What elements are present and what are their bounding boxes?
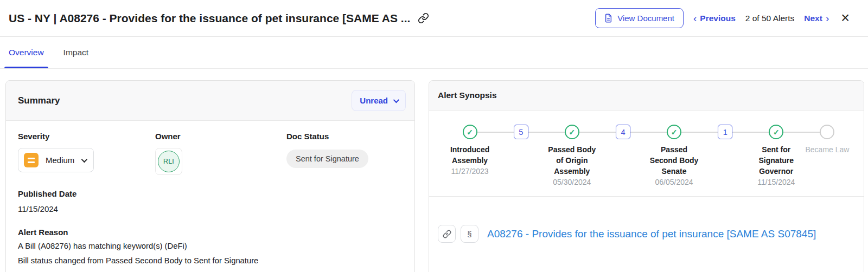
severity-value: Medium [46, 156, 74, 165]
tab-impact[interactable]: Impact [59, 37, 93, 68]
view-document-button[interactable]: View Document [595, 8, 684, 28]
step-label: Passed Second Body Senate [650, 144, 698, 177]
alert-position: 2 of 50 Alerts [745, 14, 794, 23]
owner-selector[interactable]: RLI [155, 148, 182, 175]
stepper-gap: 5 [495, 125, 546, 196]
doc-status-label: Doc Status [286, 132, 415, 141]
published-date-label: Published Date [18, 189, 403, 198]
step-date: 06/05/2024 [655, 178, 693, 186]
published-date-value: 11/15/2024 [18, 204, 403, 215]
alert-reason-line: Bill status changed from Passed Second B… [18, 255, 403, 266]
bill-link[interactable]: A08276 - Provides for the issuance of pe… [487, 228, 816, 240]
copy-link-icon[interactable] [418, 12, 429, 24]
alert-reason-line: A Bill (A08276) has matching keyword(s) … [18, 241, 403, 251]
summary-title: Summary [18, 95, 60, 106]
owner-field: Owner RLI [155, 132, 286, 175]
read-status-dropdown[interactable]: Unread [352, 90, 406, 111]
step-label: Passed Body of Origin Assembly [548, 144, 596, 177]
close-icon: × [841, 10, 850, 26]
next-button[interactable]: Next › [804, 13, 829, 23]
stepper-step: Became Law [802, 125, 853, 196]
step-date: 11/15/2024 [757, 178, 795, 186]
tab-bar: Overview Impact [0, 37, 868, 69]
synopsis-title: Alert Synopsis [438, 90, 497, 100]
severity-select[interactable]: Medium [18, 148, 94, 172]
copy-link-button[interactable] [438, 225, 456, 243]
link-icon [443, 230, 451, 238]
alert-reason-label: Alert Reason [18, 228, 403, 237]
next-label: Next [804, 14, 822, 23]
header-actions: View Document ‹ Previous 2 of 50 Alerts … [595, 8, 850, 28]
section-symbol-button[interactable]: § [461, 225, 478, 243]
summary-card: Summary Unread Severity Medium Owner [5, 80, 415, 272]
summary-fields-row: Severity Medium Owner RLI Doc Status Sen [18, 132, 403, 175]
severity-field: Severity Medium [18, 132, 155, 175]
doc-status-field: Doc Status Sent for Signature [286, 132, 415, 175]
stepper-step: ✓ Passed Body of Origin Assembly 05/30/2… [546, 125, 597, 196]
header: US - NY | A08276 - Provides for the issu… [0, 0, 868, 37]
read-status-label: Unread [360, 96, 388, 105]
previous-label: Previous [700, 14, 735, 23]
chevron-down-icon [81, 156, 87, 162]
stepper-step: ✓ Passed Second Body Senate 06/05/2024 [649, 125, 700, 196]
chevron-right-icon: › [826, 13, 829, 23]
tab-overview[interactable]: Overview [4, 37, 48, 68]
step-date: 11/27/2023 [451, 167, 489, 176]
gap-count-badge: 1 [718, 125, 732, 139]
step-complete-icon: ✓ [667, 125, 681, 139]
step-label: Introduced Assembly [450, 144, 489, 166]
page-title: US - NY | A08276 - Provides for the issu… [9, 12, 410, 25]
chevron-left-icon: ‹ [693, 13, 697, 23]
step-complete-icon: ✓ [463, 125, 477, 139]
previous-button[interactable]: ‹ Previous [693, 13, 736, 23]
alert-synopsis-card: Alert Synopsis ✓ Introduced Assembly 11/… [429, 80, 864, 272]
bill-link-row: § A08276 - Provides for the issuance of … [429, 197, 864, 254]
alert-detail-panel: US - NY | A08276 - Provides for the issu… [0, 0, 868, 272]
step-date: 05/30/2024 [553, 178, 591, 186]
step-label: Became Law [805, 144, 849, 155]
view-document-label: View Document [617, 14, 674, 23]
gap-count-badge: 4 [616, 125, 630, 139]
owner-avatar: RLI [158, 151, 180, 172]
summary-card-header: Summary Unread [6, 81, 414, 121]
published-date-field: Published Date 11/15/2024 [18, 189, 403, 215]
alert-reason-field: Alert Reason A Bill (A08276) has matchin… [18, 228, 403, 266]
stepper-step: ✓ Introduced Assembly 11/27/2023 [444, 125, 495, 196]
close-button[interactable]: × [841, 11, 850, 25]
section-sign-icon: § [467, 229, 471, 238]
severity-label: Severity [18, 132, 155, 141]
chevron-down-icon [393, 96, 399, 102]
synopsis-card-header: Alert Synopsis [429, 81, 864, 111]
document-icon [604, 14, 612, 23]
doc-status-badge: Sent for Signature [286, 150, 368, 168]
step-complete-icon: ✓ [769, 125, 783, 139]
stepper-gap: 1 [700, 125, 751, 196]
summary-card-body: Severity Medium Owner RLI Doc Status Sen [6, 121, 414, 272]
step-pending-icon [820, 125, 834, 139]
bill-progress-stepper: ✓ Introduced Assembly 11/27/2023 5 ✓ Pas… [429, 111, 864, 197]
severity-medium-icon [24, 153, 39, 167]
gap-count-badge: 5 [514, 125, 528, 139]
step-complete-icon: ✓ [565, 125, 579, 139]
owner-label: Owner [155, 132, 286, 141]
stepper-step: ✓ Sent for Signature Governor 11/15/2024 [751, 125, 802, 196]
step-label: Sent for Signature Governor [759, 144, 794, 177]
stepper-gap: 4 [597, 125, 648, 196]
